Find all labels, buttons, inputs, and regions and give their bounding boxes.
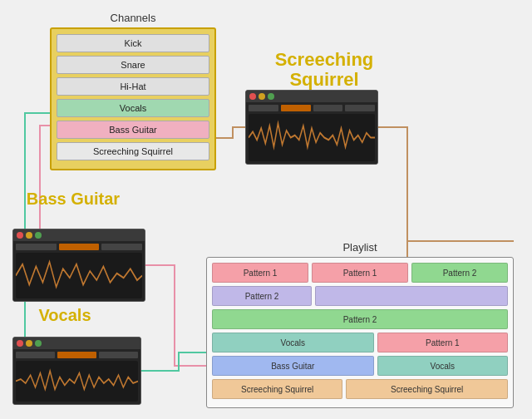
playlist-cell[interactable]: Pattern 2 [411, 263, 508, 283]
bass-ctrl-3 [101, 244, 142, 250]
playlist-row-6: Screeching Squirrel Screeching Squirrel [212, 379, 508, 399]
vocals-body [13, 349, 140, 404]
bass-guitar-label: Bass Guitar [15, 190, 131, 208]
bass-waveform [16, 253, 142, 298]
playlist-row-5: Bass Guitar Vocals [212, 356, 508, 376]
channel-vocals[interactable]: Vocals [57, 99, 209, 117]
vocals-ctrl-2 [57, 352, 96, 358]
vocals-titlebar [13, 338, 140, 349]
vocals-label: Vocals [15, 306, 115, 324]
squirrel-waveform [249, 114, 375, 161]
playlist-cell[interactable]: Bass Guitar [212, 356, 374, 376]
ctrl-4 [345, 105, 375, 111]
vocals-controls [16, 352, 138, 358]
playlist-cell[interactable]: Pattern 2 [212, 286, 312, 306]
playlist-cell[interactable]: Screeching Squirrel [212, 379, 342, 399]
playlist-row-1: Pattern 1 Pattern 1 Pattern 2 [212, 263, 508, 283]
playlist-container: Playlist Pattern 1 Pattern 1 Pattern 2 P… [206, 241, 514, 408]
minimize-btn[interactable] [259, 93, 265, 100]
squirrel-titlebar [246, 91, 377, 102]
squirrel-label: Screeching Squirrel [258, 50, 391, 90]
vocals-maximize-btn[interactable] [35, 340, 42, 347]
squirrel-body [246, 102, 377, 164]
bass-guitar-window[interactable] [12, 229, 145, 302]
channels-container: Channels Kick Snare Hi-Hat Vocals Bass G… [50, 12, 216, 170]
ctrl-3 [313, 105, 343, 111]
playlist-row-4: Vocals Pattern 1 [212, 333, 508, 352]
diagram: Channels Kick Snare Hi-Hat Vocals Bass G… [0, 0, 532, 419]
channel-squirrel[interactable]: Screeching Squirrel [57, 142, 209, 160]
playlist-cell[interactable] [315, 286, 508, 306]
bass-ctrl-1 [16, 244, 57, 250]
playlist-cell[interactable]: Vocals [212, 333, 374, 352]
bass-close-btn[interactable] [17, 232, 23, 239]
channel-snare[interactable]: Snare [57, 56, 209, 74]
vocals-window[interactable] [12, 337, 141, 405]
channel-hihat[interactable]: Hi-Hat [57, 77, 209, 96]
squirrel-controls [249, 105, 375, 111]
playlist-cell[interactable]: Pattern 1 [212, 263, 308, 283]
vocals-waveform [16, 361, 138, 402]
bass-titlebar [13, 229, 145, 241]
playlist-cell[interactable]: Screeching Squirrel [346, 379, 508, 399]
playlist-cell[interactable]: Pattern 1 [377, 333, 508, 352]
bass-maximize-btn[interactable] [35, 232, 42, 239]
bass-minimize-btn[interactable] [26, 232, 32, 239]
channels-box: Kick Snare Hi-Hat Vocals Bass Guitar Scr… [50, 27, 216, 170]
playlist-row-2: Pattern 2 [212, 286, 508, 306]
channels-title: Channels [50, 12, 216, 24]
playlist-cell[interactable]: Pattern 2 [212, 309, 508, 329]
bass-ctrl-2 [59, 244, 100, 250]
playlist-cell[interactable]: Vocals [377, 356, 508, 376]
maximize-btn[interactable] [268, 93, 274, 100]
vocals-minimize-btn[interactable] [26, 340, 32, 347]
playlist-title: Playlist [206, 241, 514, 254]
vocals-ctrl-1 [16, 352, 55, 358]
ctrl-2 [281, 105, 311, 111]
playlist-row-3: Pattern 2 [212, 309, 508, 329]
bass-body [13, 241, 145, 301]
squirrel-window[interactable] [245, 90, 378, 165]
vocals-close-btn[interactable] [17, 340, 23, 347]
vocals-ctrl-3 [99, 352, 138, 358]
ctrl-1 [249, 105, 278, 111]
close-btn[interactable] [249, 93, 256, 100]
channel-kick[interactable]: Kick [57, 34, 209, 52]
bass-controls [16, 244, 142, 250]
channel-bass[interactable]: Bass Guitar [57, 121, 209, 139]
playlist-box: Pattern 1 Pattern 1 Pattern 2 Pattern 2 … [206, 257, 514, 408]
playlist-cell[interactable]: Pattern 1 [312, 263, 408, 283]
